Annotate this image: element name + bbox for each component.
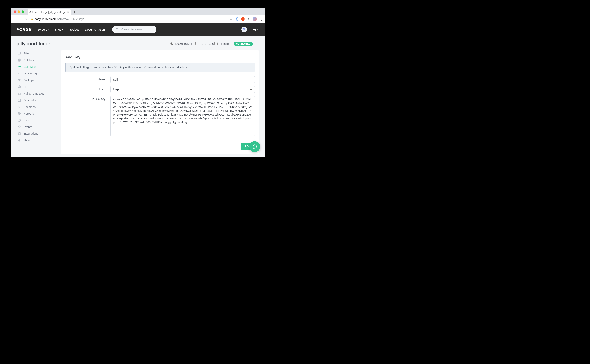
sidebar-item-integrations[interactable]: Integrations [17,130,55,137]
browser-tab-bar: F Laravel Forge | jollygood-forge × + [11,8,265,15]
sidebar-item-label: Database [23,58,36,62]
chevron-down-icon: ▾ [62,28,63,31]
help-fab[interactable] [249,141,260,152]
sidebar-item-php[interactable]: PHP [17,84,55,90]
name-input[interactable] [110,76,255,83]
backups-icon [18,78,21,82]
public-ip: 139.59.164.83 [170,42,196,46]
sidebar-item-meta[interactable]: Meta [17,137,55,143]
forward-button[interactable]: → [19,17,22,21]
extensions-puzzle-icon[interactable]: ✦ [247,17,250,21]
globe-icon [170,42,173,45]
sidebar-item-label: SSH Keys [23,65,36,68]
sidebar-item-events[interactable]: Events [17,124,55,130]
ssh-keys-icon [18,65,21,69]
copy-icon[interactable] [215,42,218,45]
chevron-down-icon: ▾ [48,28,49,31]
sites-icon [18,52,21,55]
close-window-icon[interactable] [14,10,16,13]
browser-window: F Laravel Forge | jollygood-forge × + ← … [11,8,265,157]
extension-1password-icon[interactable]: ① [235,17,238,21]
sidebar-item-sites[interactable]: Sites [17,50,55,57]
copy-icon[interactable] [193,42,196,45]
sidebar-item-network[interactable]: Network [17,110,55,117]
sidebar-item-label: PHP [23,85,29,88]
forge-logo[interactable]: FORGE [17,27,32,32]
server-name: jollygood-forge [17,41,50,47]
sidebar-item-backups[interactable]: Backups [17,77,55,83]
sidebar-item-nginx[interactable]: Nginx Templates [17,91,55,97]
svg-rect-7 [19,93,20,95]
chat-icon [252,144,257,149]
search-placeholder: Press / to search [121,28,144,31]
nav-servers[interactable]: Servers▾ [37,28,49,31]
sidebar-item-label: Integrations [23,132,38,135]
svg-point-0 [116,28,118,30]
scheduler-icon [18,98,21,102]
profile-avatar-icon[interactable] [253,17,257,21]
logs-icon [18,118,21,122]
svg-point-5 [18,59,20,60]
server-menu-icon[interactable]: ⋮ [256,42,259,46]
card-title: Add Key [65,55,255,59]
sidebar-item-label: Meta [23,139,30,142]
back-button[interactable]: ← [13,17,16,21]
sidebar: SitesDatabaseSSH KeysMonitoringBackupsPH… [17,50,55,154]
label-user: User [65,86,110,91]
extension-icon[interactable]: + [241,17,245,21]
sidebar-item-label: Daemons [23,105,36,109]
sidebar-item-database[interactable]: Database [17,57,55,63]
sidebar-item-label: Network [23,112,34,115]
svg-rect-8 [18,99,21,102]
user-select[interactable]: forge [110,86,255,93]
monitoring-icon [18,72,21,75]
window-controls [14,10,24,13]
sidebar-item-logs[interactable]: Logs [17,117,55,124]
search-input[interactable]: Press / to search [112,26,156,33]
public-key-textarea[interactable] [110,96,255,136]
browser-tab[interactable]: F Laravel Forge | jollygood-forge × [27,9,71,15]
sidebar-item-label: Backups [23,79,34,82]
user-name[interactable]: Elegon [250,28,259,31]
server-region: London [221,42,230,46]
svg-point-13 [18,119,21,122]
minimize-window-icon[interactable] [18,10,20,13]
new-tab-button[interactable]: + [72,10,77,14]
network-icon [18,112,21,115]
sidebar-item-ssh-keys[interactable]: SSH Keys [17,64,55,70]
bookmark-icon[interactable]: ☆ [230,17,232,21]
search-icon [115,28,119,31]
integrations-icon [18,132,21,136]
info-banner: By default, Forge servers only allow SSH… [65,63,255,72]
add-key-card: Add Key By default, Forge servers only a… [60,50,259,154]
page-body: jollygood-forge 139.59.164.83 10.131.0.2… [11,36,265,157]
php-icon [18,85,21,89]
close-tab-icon[interactable]: × [67,11,69,14]
nav-sites[interactable]: Sites▾ [55,28,63,31]
maximize-window-icon[interactable] [22,10,24,13]
url-path: /servers/457363#/keys [56,18,84,21]
meta-icon [18,139,21,142]
nav-recipes[interactable]: Recipes [69,28,79,31]
user-avatar[interactable]: EL [241,26,247,32]
svg-point-14 [19,127,19,127]
private-ip: 10.131.0.26 [199,42,218,46]
reload-button[interactable]: ⟳ [25,17,28,21]
svg-line-1 [117,30,118,31]
label-name: Name [65,76,110,81]
address-bar[interactable]: 🔒 forge.laravel.com/servers/457363#/keys [31,18,227,21]
events-icon [18,125,21,129]
sidebar-item-label: Sites [23,52,30,55]
nginx-icon [18,92,21,95]
page-header: jollygood-forge 139.59.164.83 10.131.0.2… [17,39,259,50]
nav-docs[interactable]: Documentation [85,28,105,31]
database-icon [18,58,21,62]
lock-icon: 🔒 [31,18,34,20]
sidebar-item-daemons[interactable]: Daemons [17,104,55,110]
sidebar-item-scheduler[interactable]: Scheduler [17,97,55,103]
daemons-icon [18,105,21,109]
status-badge: CONNECTED [234,42,253,46]
sidebar-item-label: Logs [23,119,29,122]
sidebar-item-monitoring[interactable]: Monitoring [17,70,55,77]
browser-menu-icon[interactable]: ⋮ [260,17,263,21]
